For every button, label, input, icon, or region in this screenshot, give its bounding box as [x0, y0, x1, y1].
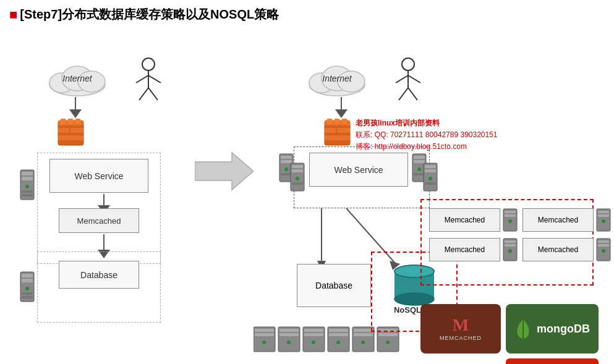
svg-point-80	[287, 341, 291, 344]
svg-point-104	[508, 219, 512, 223]
svg-rect-86	[329, 329, 348, 332]
svg-point-88	[336, 341, 340, 344]
memcached-cell-1: Memcached	[429, 208, 518, 232]
svg-rect-22	[22, 190, 33, 193]
svg-rect-58	[292, 182, 303, 185]
svg-rect-60	[414, 156, 425, 159]
left-database-label: Database	[80, 270, 117, 280]
svg-point-62	[417, 167, 421, 171]
svg-rect-17	[75, 119, 80, 124]
memcached-cluster: Memcached Memcached	[420, 199, 594, 286]
svg-rect-16	[68, 119, 73, 124]
svg-rect-47	[335, 119, 339, 124]
svg-line-7	[148, 75, 161, 83]
svg-rect-28	[22, 292, 33, 295]
svg-line-6	[136, 75, 148, 83]
svg-line-38	[408, 75, 420, 83]
svg-rect-102	[505, 211, 516, 213]
title-text: [Step7]分布式数据库缓存策略以及NOSQL策略	[20, 6, 279, 23]
right-firewall	[323, 117, 351, 151]
svg-rect-74	[255, 329, 274, 332]
svg-rect-23	[22, 194, 33, 197]
svg-rect-46	[327, 119, 332, 124]
right-cloud: Internet	[303, 57, 371, 99]
svg-rect-20	[22, 177, 33, 180]
svg-point-35	[402, 58, 414, 70]
svg-rect-83	[304, 333, 323, 336]
svg-rect-75	[255, 333, 274, 336]
left-stick-figure	[133, 57, 164, 106]
svg-point-57	[296, 177, 299, 180]
svg-rect-50	[281, 156, 292, 159]
svg-rect-13	[70, 128, 83, 133]
svg-point-27	[25, 287, 29, 290]
svg-rect-26	[22, 279, 33, 282]
server-icon-2	[596, 208, 611, 232]
annotation-line1: 老男孩linux培训内部资料	[356, 117, 498, 129]
svg-rect-15	[61, 119, 66, 124]
memcached-logo: M MEMCACHED	[420, 304, 501, 353]
svg-rect-95	[378, 333, 398, 336]
memcached-cell-2: Memcached	[522, 208, 611, 232]
annotation-line2: 联系: QQ: 70271111 80042789 390320151	[356, 129, 498, 141]
server-icon-3	[503, 237, 518, 262]
page-title: ■ [Step7]分布式数据库缓存策略以及NOSQL策略	[0, 0, 614, 26]
right-web-service-label: Web Service	[334, 165, 383, 175]
server-icon-1	[503, 208, 518, 232]
svg-line-37	[396, 75, 408, 83]
mongodb-logo-label: mongoDB	[537, 323, 590, 336]
left-cloud-arrow	[69, 97, 82, 118]
svg-line-39	[399, 88, 408, 100]
svg-rect-12	[58, 128, 69, 133]
svg-point-67	[429, 177, 432, 180]
svg-rect-91	[354, 333, 373, 336]
left-server-1	[19, 168, 36, 205]
svg-rect-87	[329, 333, 348, 336]
svg-rect-111	[505, 244, 516, 247]
svg-rect-29	[22, 296, 33, 298]
right-cloud-label: Internet	[322, 74, 351, 83]
svg-line-9	[148, 88, 158, 100]
mongodb-logo: mongoDB	[506, 304, 599, 353]
svg-point-76	[262, 341, 266, 344]
memcached-box-3: Memcached	[429, 238, 500, 261]
svg-line-8	[139, 88, 148, 100]
svg-point-52	[284, 167, 288, 171]
memcached-logo-label: MEMCACHED	[440, 335, 482, 341]
right-database-box: Database	[297, 264, 371, 307]
svg-line-40	[408, 88, 417, 100]
svg-rect-55	[292, 165, 303, 168]
svg-rect-106	[598, 211, 609, 213]
right-cloud-arrow	[335, 97, 348, 118]
svg-rect-48	[342, 119, 347, 124]
svg-rect-56	[292, 169, 303, 172]
svg-marker-30	[195, 153, 254, 190]
title-marker: ■	[9, 7, 17, 23]
right-web-service-box: Web Service	[309, 153, 408, 187]
left-memcached-box: Memcached	[59, 208, 139, 233]
svg-rect-82	[304, 329, 323, 332]
svg-rect-103	[505, 214, 516, 217]
svg-rect-65	[425, 165, 436, 168]
server-icon-4	[596, 237, 611, 262]
memcached-cell-3: Memcached	[429, 237, 518, 262]
svg-rect-19	[22, 172, 33, 176]
svg-rect-114	[598, 240, 609, 243]
svg-rect-68	[425, 182, 436, 185]
memcached-grid: Memcached Memcached	[422, 200, 592, 269]
svg-rect-14	[58, 135, 83, 140]
svg-point-84	[312, 341, 315, 344]
svg-point-116	[602, 249, 605, 253]
svg-point-96	[386, 341, 390, 344]
diagram-area: Internet We	[0, 26, 614, 360]
left-web-service-box: Web Service	[49, 159, 148, 193]
transition-arrow	[195, 150, 254, 195]
svg-rect-44	[337, 128, 350, 133]
svg-point-4	[142, 58, 155, 70]
right-server-right2	[422, 162, 438, 195]
svg-rect-90	[354, 329, 373, 332]
left-server-2	[19, 270, 36, 307]
svg-point-99	[394, 293, 434, 305]
redis-logo: redis redis	[506, 358, 599, 364]
svg-point-21	[25, 185, 29, 188]
